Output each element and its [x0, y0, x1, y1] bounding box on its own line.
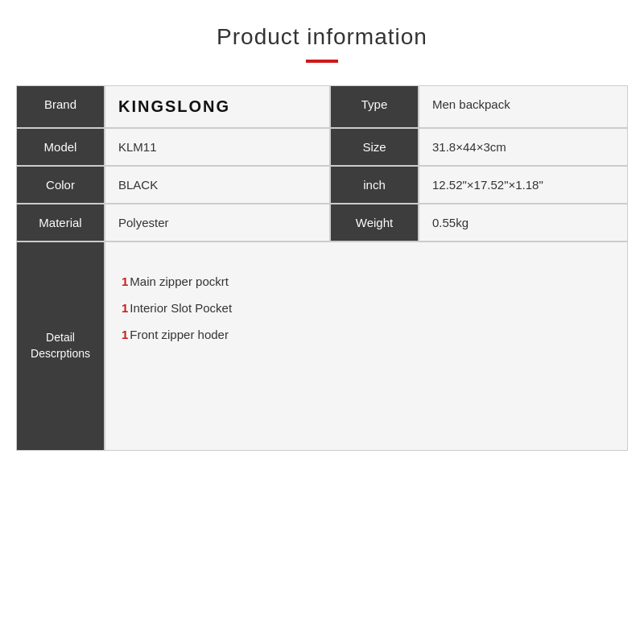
detail-num: 1 — [122, 275, 128, 288]
detail-item: 1Interior Slot Pocket — [122, 301, 611, 315]
detail-item: 1Main zipper pockrt — [122, 275, 611, 288]
value-type: Men backpack — [419, 85, 628, 128]
detail-num: 1 — [122, 328, 128, 341]
label-inch: inch — [330, 166, 419, 204]
table-row: MaterialPolyesterWeight0.55kg — [16, 204, 628, 242]
detail-text: Front zipper hoder — [130, 328, 229, 341]
title-underline — [306, 60, 338, 63]
label-type: Type — [330, 85, 419, 128]
detail-label: DetailDescrptions — [16, 242, 105, 451]
value-color: BLACK — [105, 166, 330, 204]
label-material: Material — [16, 204, 105, 242]
value-brand: KINGSLONG — [105, 85, 330, 128]
label-size: Size — [330, 128, 419, 166]
label-weight: Weight — [330, 204, 419, 242]
product-info-table: BrandKINGSLONGTypeMen backpackModelKLM11… — [16, 85, 628, 451]
value-material: Polyester — [105, 204, 330, 242]
table-row: ColorBLACKinch12.52"×17.52"×1.18" — [16, 166, 628, 204]
label-model: Model — [16, 128, 105, 166]
table-row: ModelKLM11Size31.8×44×3cm — [16, 128, 628, 166]
detail-num: 1 — [122, 301, 128, 315]
value-size: 31.8×44×3cm — [419, 128, 628, 166]
table-row: BrandKINGSLONGTypeMen backpack — [16, 85, 628, 128]
detail-row: DetailDescrptions1Main zipper pockrt1Int… — [16, 242, 628, 451]
label-color: Color — [16, 166, 105, 204]
detail-item: 1Front zipper hoder — [122, 328, 611, 341]
detail-text: Main zipper pockrt — [130, 275, 229, 288]
value-model: KLM11 — [105, 128, 330, 166]
page-title: Product information — [217, 24, 427, 50]
detail-value: 1Main zipper pockrt1Interior Slot Pocket… — [105, 242, 628, 451]
value-inch: 12.52"×17.52"×1.18" — [419, 166, 628, 204]
value-weight: 0.55kg — [419, 204, 628, 242]
label-brand: Brand — [16, 85, 105, 128]
detail-text: Interior Slot Pocket — [130, 301, 232, 315]
